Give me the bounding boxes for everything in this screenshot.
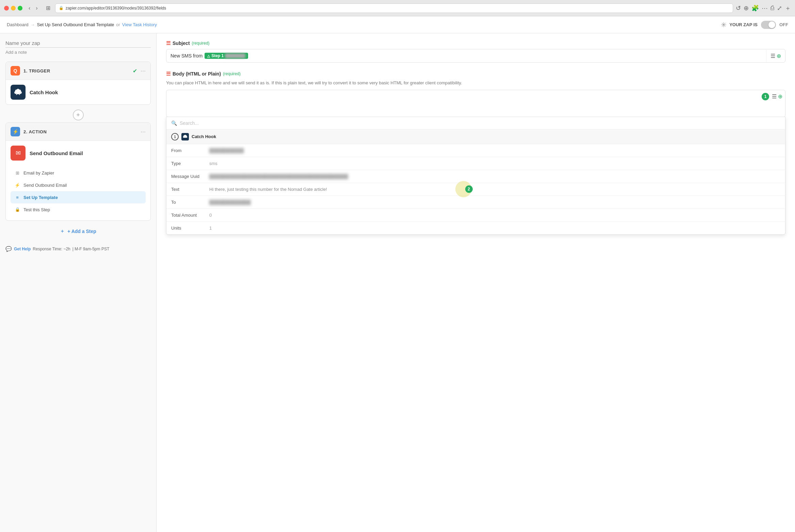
hours: | M-F 9am-5pm PST (72, 247, 109, 251)
action-menu-icon[interactable]: ··· (141, 128, 146, 135)
refresh-button[interactable]: ↺ (736, 4, 741, 12)
email-icon: ✉ (11, 146, 26, 161)
body-badge: 1 (762, 93, 769, 100)
back-button[interactable]: ‹ (27, 4, 32, 12)
sidebar-item-send-outbound-email[interactable]: ⚡ Send Outbound Email (11, 179, 146, 191)
sidebar-item-email-by-zapier[interactable]: ⊞ Email by Zapier (11, 167, 146, 179)
get-help-link[interactable]: Get Help (14, 247, 31, 251)
zap-toggle[interactable] (761, 21, 776, 29)
trigger-menu-icon[interactable]: ··· (141, 67, 146, 74)
body-field-icon: ☰ (166, 71, 171, 77)
data-label-text: Text (171, 187, 205, 192)
trigger-card: Q 1. TRIGGER ✔ ··· Catch Hook (5, 62, 151, 105)
traffic-lights (4, 6, 22, 11)
app-header: Dashboard → Set Up Send Outbound Email T… (0, 16, 795, 33)
action-card: ⚡ 2. ACTION ··· ✉ Send Outbound Email ⊞ … (5, 122, 151, 221)
data-row-uuid[interactable]: Message Uuid ███████████████████████████… (166, 170, 785, 183)
trigger-body[interactable]: Catch Hook (6, 80, 150, 104)
data-value-from: ██████████ (209, 148, 244, 153)
webhook-icon (11, 85, 26, 100)
subject-input-actions[interactable]: ☰ ⊕ (766, 50, 785, 62)
subject-prefix: New SMS from (171, 53, 202, 59)
search-input[interactable] (180, 120, 780, 126)
breadcrumb-arrow: → (31, 22, 35, 27)
search-icon: 🔍 (171, 120, 177, 126)
trigger-icon: Q (11, 66, 20, 76)
nav-buttons: ‹ › (27, 4, 40, 12)
action-app-name: Send Outbound Email (30, 150, 83, 156)
catch-hook-step-number: 1 (174, 135, 176, 139)
dashboard-link[interactable]: Dashboard (7, 22, 29, 27)
right-panel: ☰ Subject (required) New SMS from △ Step… (157, 33, 795, 532)
view-task-history-link[interactable]: View Task History (122, 22, 157, 27)
action-body[interactable]: ✉ Send Outbound Email (6, 141, 150, 165)
subject-required: (required) (192, 41, 210, 46)
tag-webhook-icon: △ (207, 54, 210, 58)
catch-hook-webhook-icon (181, 133, 189, 140)
new-tab-button[interactable]: ＋ (785, 4, 791, 12)
data-row-from[interactable]: From ██████████ (166, 144, 785, 157)
zap-status: YOUR ZAP IS OFF (729, 21, 788, 29)
share-button[interactable]: ⎙ (770, 4, 774, 12)
add-step-plus-icon: ＋ (60, 228, 65, 234)
catch-hook-header: 1 Catch Hook (166, 130, 785, 144)
bookmark-button[interactable]: ⊕ (744, 4, 749, 12)
dropdown-panel: 🔍 1 Catch Hook (166, 117, 785, 235)
zap-status-label: YOUR ZAP IS (729, 22, 758, 27)
data-label-units: Units (171, 226, 205, 231)
toggle-knob (768, 21, 775, 28)
sidebar: Add a note Q 1. TRIGGER ✔ ··· Catch Hook (0, 33, 157, 532)
add-note-button[interactable]: Add a note (5, 50, 151, 55)
loading-icon: ✳ (721, 21, 727, 29)
data-label-from: From (171, 148, 205, 153)
data-row-text[interactable]: Text Hi there, just testing this number … (166, 183, 785, 196)
more-button[interactable]: ⋯ (762, 4, 768, 12)
body-add-icon[interactable]: ⊕ (778, 93, 782, 100)
subject-input-row[interactable]: New SMS from △ Step 1 ☰ ⊕ (166, 49, 785, 63)
close-button[interactable] (4, 6, 9, 11)
data-row-units[interactable]: Units 1 (166, 222, 785, 234)
browser-bar: ‹ › ⊞ 🔒 zapier.com/app/editor/39136390/n… (0, 0, 795, 16)
lock-icon: 🔒 (14, 206, 21, 213)
action-title: 2. ACTION (23, 129, 137, 134)
data-row-type[interactable]: Type sms (166, 157, 785, 170)
add-step-connector: + (5, 107, 151, 122)
body-label-text: Body (HTML or Plain) (173, 71, 221, 77)
sidebar-item-set-up-template[interactable]: ≡ Set Up Template (11, 191, 146, 203)
minimize-button[interactable] (11, 6, 16, 11)
url-text: zapier.com/app/editor/39136390/nodes/391… (66, 6, 166, 11)
sidebar-footer: 💬 Get Help Response Time: ~2h | M-F 9am-… (5, 246, 151, 252)
lock-icon: 🔒 (59, 6, 64, 10)
list-icon: ≡ (14, 194, 21, 201)
subject-input-content: New SMS from △ Step 1 (166, 49, 766, 62)
trigger-title: 1. TRIGGER (23, 68, 129, 73)
add-step-button[interactable]: ＋ + Add a Step (5, 223, 151, 239)
expand-button[interactable]: ⤢ (777, 4, 782, 12)
data-value-type: sms (209, 161, 217, 166)
subject-tag: △ Step 1 (205, 53, 248, 59)
extension-button[interactable]: 🧩 (751, 4, 759, 12)
data-value-uuid: ████████████████████████████████████████ (209, 174, 348, 179)
data-value-units: 1 (209, 226, 212, 231)
data-value-text: Hi there, just testing this number for t… (209, 187, 327, 192)
data-row-to[interactable]: To ████████████ (166, 196, 785, 209)
breadcrumb-current: Set Up Send Outbound Email Template (37, 22, 114, 27)
format-icon: ☰ (770, 53, 775, 59)
sidebar-toggle-button[interactable]: ⊞ (44, 4, 52, 12)
url-bar[interactable]: 🔒 zapier.com/app/editor/39136390/nodes/3… (55, 3, 733, 13)
main-layout: Add a note Q 1. TRIGGER ✔ ··· Catch Hook (0, 33, 795, 532)
breadcrumb: Dashboard → Set Up Send Outbound Email T… (7, 22, 718, 27)
body-textarea[interactable]: 1 ☰ ⊕ (166, 90, 785, 117)
sub-item-label: Test this Step (23, 207, 50, 212)
forward-button[interactable]: › (34, 4, 39, 12)
add-step-label: + Add a Step (67, 229, 96, 234)
fullscreen-button[interactable] (18, 6, 22, 11)
sidebar-item-test-this-step[interactable]: 🔒 Test this Step (11, 203, 146, 216)
data-label-total-amount: Total Amount (171, 213, 205, 218)
data-row-total-amount[interactable]: Total Amount 0 (166, 209, 785, 222)
cursor-highlight (455, 181, 472, 197)
add-between-button[interactable]: + (73, 110, 84, 120)
badge-2: 2 (465, 185, 473, 193)
zap-name-input[interactable] (5, 39, 151, 48)
add-field-icon[interactable]: ⊕ (777, 53, 781, 59)
